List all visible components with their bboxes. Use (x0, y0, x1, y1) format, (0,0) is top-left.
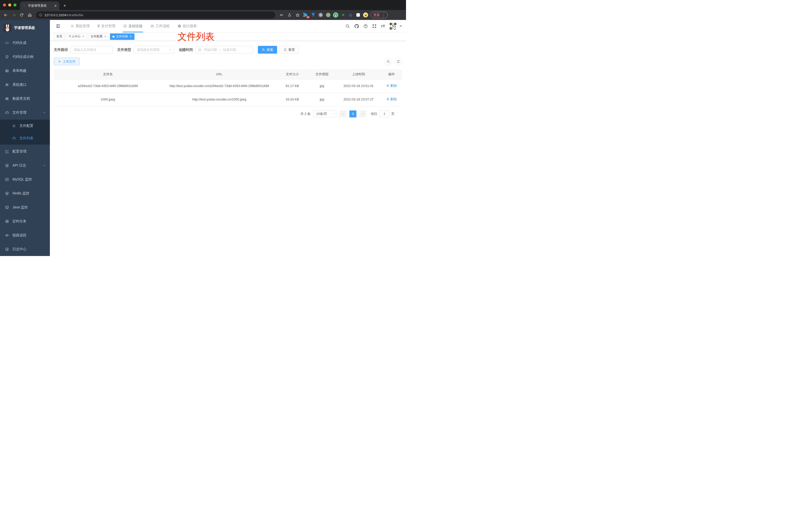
avatar-caret-icon[interactable] (400, 25, 402, 27)
reset-button-label: 重置 (288, 48, 295, 52)
col-header-file-name: 文件名 (54, 69, 162, 79)
tag-file-list[interactable]: 文件列表 ✕ (110, 33, 134, 40)
extension-y-icon[interactable]: y (333, 12, 338, 18)
sidebar-item-scheduled-tasks[interactable]: 定时任务 (0, 214, 50, 228)
topnav-item-payment[interactable]: ¥ 支付管理 (94, 20, 118, 32)
forward-button[interactable] (10, 12, 17, 18)
sidebar-item-label: 数据库文档 (12, 96, 30, 101)
delete-button[interactable]: 删除 (386, 83, 397, 89)
extension-emoji-icon[interactable] (363, 12, 368, 18)
logo-rabbit-image (3, 24, 11, 32)
tab-close-icon[interactable]: ✕ (54, 4, 57, 8)
eye-icon (5, 233, 9, 237)
site-info-icon[interactable] (39, 13, 42, 17)
col-header-upload-time: 上传时间 (336, 69, 381, 79)
extension-command-icon[interactable]: ⌘ (318, 12, 323, 18)
extension-star-icon[interactable]: ✶ (341, 12, 346, 18)
sidebar-item-db-doc[interactable]: 数据库文档 (0, 92, 50, 106)
extension-record-icon[interactable] (326, 12, 331, 18)
sidebar-item-redis-monitor[interactable]: Redis 监控 (0, 186, 50, 201)
search-icon (262, 48, 265, 51)
file-type-select[interactable]: 请选择文件类型 (134, 46, 174, 54)
prev-page-button[interactable]: ‹ (340, 111, 346, 117)
page-number-button[interactable]: 1 (349, 111, 356, 117)
sidebar-item-log-center[interactable]: 日志中心 (0, 242, 50, 256)
file-path-input[interactable] (70, 46, 113, 54)
plus-icon (58, 60, 61, 63)
dashboard-icon (178, 24, 181, 28)
tag-profile[interactable]: 个人中心 ✕ (66, 33, 87, 40)
back-button[interactable] (2, 12, 9, 18)
refresh-table-button[interactable] (395, 58, 402, 65)
sidebar-item-code-generation[interactable]: 代码生成 (0, 36, 50, 50)
tag-close-icon[interactable]: ✕ (129, 35, 132, 38)
chevron-down-icon (43, 164, 46, 167)
extension-gem-icon[interactable] (311, 12, 316, 18)
sidebar-item-trace[interactable]: 链路追踪 (0, 228, 50, 242)
github-icon[interactable] (354, 24, 359, 29)
red-annotation-text: 文件列表 (178, 30, 214, 43)
help-icon[interactable] (364, 24, 368, 28)
sidebar-item-form-builder[interactable]: 表单构建 (0, 64, 50, 78)
sidebar-item-code-demo[interactable]: 代码生成示例 (0, 50, 50, 64)
tag-close-icon[interactable]: ✕ (104, 35, 106, 38)
close-window-button[interactable] (3, 3, 6, 6)
topnav-item-system[interactable]: 系统管理 (67, 20, 92, 32)
tag-file-config[interactable]: 文件配置 ✕ (88, 33, 109, 40)
browser-menu-dots-icon[interactable]: ⋮ (382, 13, 385, 17)
password-key-icon[interactable] (278, 12, 285, 18)
reset-button[interactable]: 重置 (280, 46, 299, 54)
search-button[interactable]: 搜索 (258, 46, 277, 54)
topnav-item-infrastructure[interactable]: 基础设施 (120, 20, 145, 32)
url-bar[interactable]: 127.0.0.1:1024/infra/file/file (36, 11, 275, 19)
topnav-label: 基础设施 (128, 24, 142, 28)
col-header-actions: 操作 (381, 69, 402, 79)
date-range-picker[interactable]: 开始日期 - 结束日期 (195, 46, 253, 54)
sidebar-item-file-config[interactable]: 文件配置 (0, 120, 50, 132)
tags-view-bar: 首页 个人中心 ✕ 文件配置 ✕ 文件列表 ✕ (50, 32, 406, 41)
maximize-window-button[interactable] (13, 3, 17, 6)
sidebar-item-api-log[interactable]: API 日志 (0, 158, 50, 173)
search-icon[interactable] (345, 24, 350, 28)
upload-file-button[interactable]: 上传文件 (54, 58, 80, 65)
font-size-icon[interactable]: тT (381, 24, 385, 28)
browser-update-button[interactable]: 更新 ⋮ (371, 12, 388, 18)
sidebar-item-file-management[interactable]: 文件管理 (0, 106, 50, 120)
window-controls[interactable] (0, 0, 20, 10)
extension-pin-icon[interactable]: 11 (303, 12, 308, 18)
browser-tab[interactable]: 芋道管理系统 ✕ (20, 1, 59, 10)
tag-close-icon[interactable]: ✕ (82, 35, 84, 38)
next-page-button[interactable]: › (359, 111, 366, 117)
sidebar-item-mysql-monitor[interactable]: MySQL 监控 (0, 173, 50, 186)
topnav-label: 统计报表 (183, 24, 197, 28)
fullscreen-icon[interactable] (372, 24, 377, 28)
file-table: 文件名 URL 文件大小 文件类型 上传时间 操作 a294ecb2-73dd-… (54, 69, 402, 107)
jump-page-input[interactable] (379, 111, 389, 117)
delete-button[interactable]: 删除 (386, 97, 397, 102)
sidebar-item-config-management[interactable]: 配置管理 (0, 145, 50, 158)
sidebar-collapse-icon[interactable] (54, 22, 62, 30)
sidebar-item-java-monitor[interactable]: Java 监控 (0, 201, 50, 214)
share-icon[interactable] (286, 12, 293, 18)
bookmark-star-icon[interactable] (294, 12, 301, 18)
avatar[interactable] (389, 23, 397, 30)
sidebar-item-label: 代码生成 (12, 41, 26, 45)
cloud-upload-icon (12, 137, 16, 140)
show-search-toggle-button[interactable] (384, 58, 392, 65)
new-tab-button[interactable]: + (59, 3, 70, 10)
tag-home[interactable]: 首页 (54, 33, 65, 40)
tab-title: 芋道管理系统 (28, 4, 52, 8)
url-path: /infra/file/file (66, 13, 83, 17)
extension-puzzle-icon[interactable] (356, 12, 360, 18)
chevron-up-icon (43, 111, 46, 114)
extension-eye-icon[interactable]: ◎ (348, 12, 353, 18)
sidebar-item-label: Java 监控 (12, 205, 28, 210)
sidebar-item-file-list[interactable]: 文件列表 (0, 132, 50, 145)
monitor-bars-icon (5, 205, 9, 209)
topnav-item-workflow[interactable]: 工作流程 (147, 20, 173, 32)
reload-button[interactable] (19, 12, 25, 18)
page-size-select[interactable]: 10条/页 (314, 111, 337, 117)
home-button[interactable] (26, 12, 33, 18)
sidebar-item-system-api[interactable]: 系统接口 (0, 78, 50, 92)
minimize-window-button[interactable] (8, 3, 11, 6)
